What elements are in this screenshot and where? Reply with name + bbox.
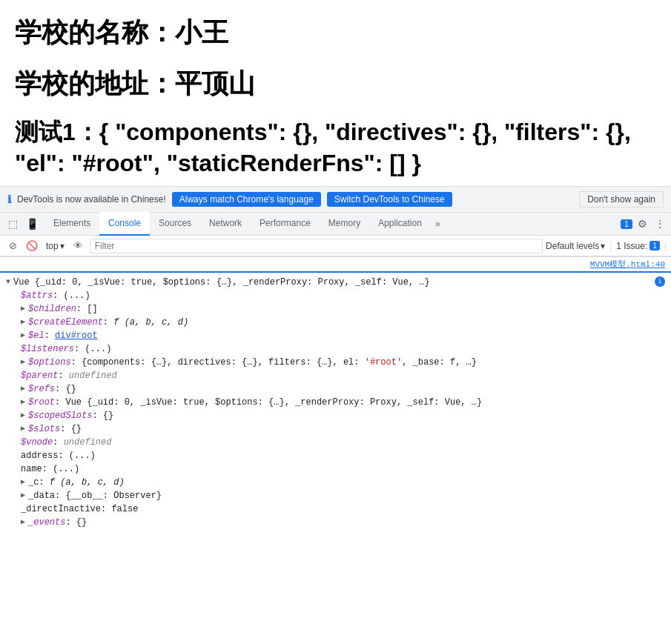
notification-text: DevTools is now available in Chinese!: [17, 194, 166, 205]
context-selector[interactable]: top ▾: [43, 241, 67, 251]
expand-arrow-children[interactable]: ▶: [21, 303, 25, 315]
device-icon[interactable]: 📱: [24, 216, 40, 232]
console-line-name: name: (...): [0, 462, 671, 476]
tab-sources[interactable]: Sources: [150, 212, 200, 236]
page-line1: 学校的名称：小王: [15, 15, 656, 51]
console-line-directinactive: _directInactive: false: [0, 502, 671, 516]
clear-console-button[interactable]: 🚫: [24, 238, 40, 254]
tab-elements[interactable]: Elements: [44, 212, 99, 236]
expand-arrow-_data[interactable]: ▶: [21, 490, 25, 502]
page-line2: 学校的地址：平顶山: [15, 66, 656, 102]
console-line-refs: ▶ $refs: {}: [0, 382, 671, 396]
expand-arrow-_c[interactable]: ▶: [21, 477, 25, 488]
expand-arrow-root[interactable]: ▶: [21, 396, 25, 408]
toolbar-right: Default levels ▾ | 1 Issue: 1 |: [546, 241, 667, 251]
tab-network[interactable]: Network: [200, 212, 251, 236]
expand-arrow-slots[interactable]: ▶: [21, 423, 25, 435]
console-line-scopedslots: ▶ $scopedSlots: {}: [0, 409, 671, 422]
issues-count-badge: 1: [649, 241, 660, 250]
stop-recording-button[interactable]: ⊘: [4, 238, 21, 254]
levels-arrow: ▾: [601, 241, 605, 251]
console-line-createelement: ▶ $createElement: f (a, b, c, d): [0, 316, 671, 329]
console-line-_c: ▶ _c: f (a, b, c, d): [0, 476, 671, 489]
tab-console[interactable]: Console: [99, 212, 150, 236]
eye-icon[interactable]: 👁: [70, 238, 87, 254]
console-filepath[interactable]: MVVM模型.html:40: [0, 257, 671, 271]
filter-input[interactable]: [90, 239, 543, 253]
expand-arrow-el[interactable]: ▶: [21, 330, 25, 342]
console-line-_data: ▶ _data: {__ob__: Observer}: [0, 489, 671, 502]
expand-arrow-createelement[interactable]: ▶: [21, 316, 25, 328]
cursor-icon[interactable]: ⬚: [4, 216, 21, 232]
console-line-attrs: $attrs: (...): [0, 289, 671, 302]
devtools-toolbar: ⊘ 🚫 top ▾ 👁 Default levels ▾ | 1 Issue: …: [0, 236, 671, 256]
settings-icon[interactable]: ⚙: [634, 216, 650, 232]
match-language-button[interactable]: Always match Chrome's language: [172, 192, 321, 207]
tab-application[interactable]: Application: [369, 212, 431, 236]
console-line-children: ▶ $children: []: [0, 302, 671, 316]
devtools-tab-icons: ⬚ 📱: [0, 216, 44, 232]
expand-arrow-events[interactable]: ▶: [21, 517, 25, 528]
page-line3: 测试1：{ "components": {}, "directives": {}…: [15, 117, 656, 179]
console-line-events: ▶ _events: {}: [0, 516, 671, 529]
console-line-vue-root: ▼ Vue {_uid: 0, _isVue: true, $options: …: [0, 276, 671, 289]
expand-arrow-scopedslots[interactable]: ▶: [21, 410, 25, 422]
tab-memory[interactable]: Memory: [320, 212, 369, 236]
console-line-options: ▶ $options: {components: {…}, directives…: [0, 356, 671, 369]
tab-right-icons: 1 ⚙ ⋮: [621, 216, 671, 232]
info-icon-vue[interactable]: i: [655, 276, 665, 287]
issues-button[interactable]: 1 Issue: 1: [616, 241, 660, 251]
issues-label: 1 Issue:: [616, 241, 647, 251]
switch-to-chinese-button[interactable]: Switch DevTools to Chinese: [327, 192, 452, 207]
tab-performance[interactable]: Performance: [251, 212, 320, 236]
expand-arrow-refs[interactable]: ▶: [21, 383, 25, 395]
console-line-listeners: $listeners: (...): [0, 342, 671, 356]
context-label: top: [46, 241, 59, 251]
devtools-tabs-bar: ⬚ 📱 Elements Console Sources Network Per…: [0, 212, 671, 236]
dont-show-again-button[interactable]: Don't show again: [579, 191, 664, 208]
console-log-area: ▼ Vue {_uid: 0, _isVue: true, $options: …: [0, 271, 671, 532]
console-line-address: address: (...): [0, 449, 671, 462]
expand-arrow-options[interactable]: ▶: [21, 356, 25, 368]
feedback-badge: 1: [621, 219, 632, 229]
log-levels-dropdown[interactable]: Default levels ▾: [546, 241, 605, 251]
devtools-console: MVVM模型.html:40 ▼ Vue {_uid: 0, _isVue: t…: [0, 256, 671, 532]
context-arrow: ▾: [60, 241, 65, 251]
info-icon: ℹ: [7, 193, 11, 205]
console-line-root: ▶ $root: Vue {_uid: 0, _isVue: true, $op…: [0, 396, 671, 409]
page-content: 学校的名称：小王 学校的地址：平顶山 测试1：{ "components": {…: [0, 0, 671, 186]
console-line-vnode: $vnode: undefined: [0, 436, 671, 449]
console-line-el: ▶ $el: div#root: [0, 329, 671, 342]
console-line-parent: $parent: undefined: [0, 369, 671, 382]
console-line-slots: ▶ $slots: {}: [0, 422, 671, 436]
expand-arrow-vue-root[interactable]: ▼: [6, 276, 10, 288]
default-levels-label: Default levels: [546, 241, 599, 251]
more-options-icon[interactable]: ⋮: [652, 216, 668, 232]
devtools-notification: ℹ DevTools is now available in Chinese! …: [0, 186, 671, 212]
more-tabs-button[interactable]: »: [431, 219, 445, 229]
